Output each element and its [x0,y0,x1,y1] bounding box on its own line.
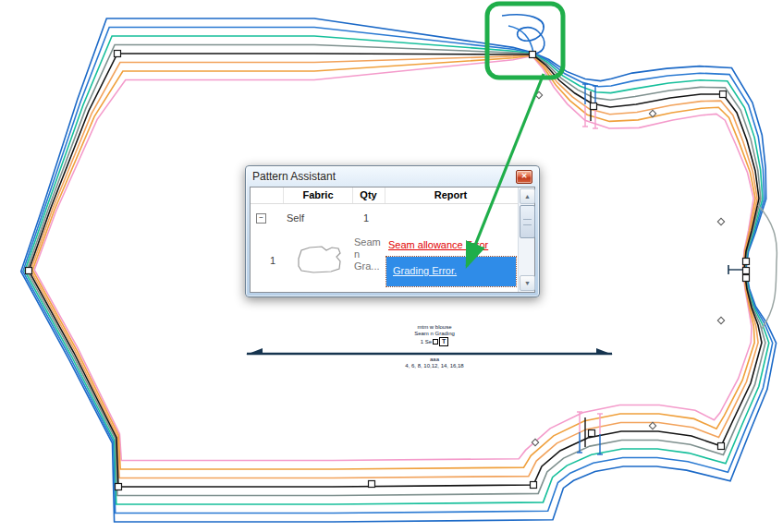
grade-point-handle[interactable] [531,482,537,489]
drawing-area: mtm w blouse Seam n Grading 1 Se T aaa 4… [0,0,783,532]
grade-point-handle[interactable] [116,484,122,490]
column-separator [283,187,284,203]
grade-point-handle[interactable] [718,443,725,450]
grade-point-handle[interactable] [589,430,595,437]
grade-point-handle[interactable] [591,103,597,110]
notch-point-icon [433,339,438,345]
t-marker-icon: T [439,337,448,346]
grade-point-handle[interactable] [115,51,121,57]
grade-point-handle[interactable] [720,91,727,98]
grade-point-handle[interactable] [26,268,32,274]
qty-cell[interactable]: 1 [363,212,369,224]
piece-annotation: mtm w blouse Seam n Grading 1 Se T [351,324,518,346]
piece-number-cell[interactable]: 1 [270,255,275,266]
grade-point-handle[interactable] [743,259,750,265]
notch-diamond-icon [535,91,542,98]
seam-allowance-error-link[interactable]: Seam allowance Error [388,239,488,250]
thumbnail-outline [299,247,340,272]
scroll-down-icon[interactable]: ▼ [520,275,535,291]
notch-diamond-icon [649,422,655,429]
annotation-line-3: 1 Se T [351,337,518,346]
annotation-line-1: mtm w blouse [351,324,518,331]
annotation-line-4: aaa [351,357,518,363]
scrollbar-thumb[interactable] [520,205,535,238]
grade-point-handle[interactable] [743,268,750,274]
grading-error-loop-0 [502,15,544,54]
column-header-report[interactable]: Report [385,189,517,200]
scrollbar-grip [523,219,532,225]
grading-error-link[interactable]: Grading Error. [393,265,457,276]
grade-point-handle[interactable] [369,481,375,488]
grade-point-handle[interactable] [530,52,536,58]
column-separator [352,187,353,203]
size-list-annotation: aaa 4, 6, 8, 10,12, 14, 16,18 [351,357,518,369]
close-button[interactable]: ✕ [516,170,532,184]
piece-thumbnail[interactable] [291,243,347,280]
notch-diamond-icon [717,218,724,224]
dialog-title[interactable]: Pattern Assistant [252,170,336,183]
notch-diamond-icon [717,317,724,323]
grain-arrow-right-icon [596,348,613,355]
pattern-assistant-dialog[interactable]: Pattern Assistant ✕ Fabric Qty Report − … [245,165,540,297]
column-separator [385,187,385,203]
grade-point-handle[interactable] [743,275,750,282]
gray-grade-bulge [758,205,777,329]
vertical-scrollbar[interactable]: ▲ ▼ [518,187,534,292]
dialog-body: Fabric Qty Report − Self 1 1 Seam n Gra.… [250,187,535,293]
annotation-line-2: Seam n Grading [351,331,518,337]
fabric-cell[interactable]: Self [287,212,304,224]
scroll-up-icon[interactable]: ▲ [520,188,535,204]
column-header-fabric[interactable]: Fabric [284,189,352,200]
grading-error-selected-cell[interactable]: Grading Error. [386,257,516,286]
expander-icon[interactable]: − [256,213,266,224]
size-list: 4, 6, 8, 10,12, 14, 16,18 [351,363,518,369]
table-header: Fabric Qty Report [251,187,519,204]
grain-arrow-left-icon [246,348,263,355]
column-header-qty[interactable]: Qty [352,189,385,200]
report-description: Seam n Gra... [354,236,387,272]
